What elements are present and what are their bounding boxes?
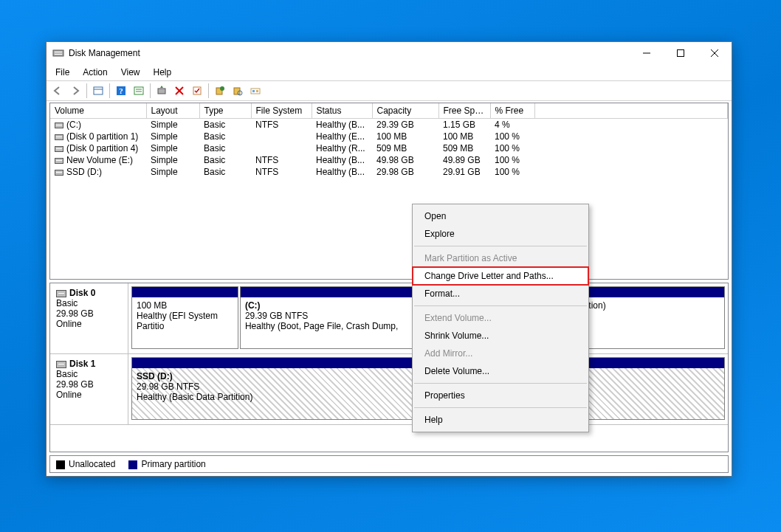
volume-free: 29.91 GB (438, 166, 490, 178)
disk-info[interactable]: Disk 0 Basic 29.98 GB Online (50, 283, 128, 353)
volume-row[interactable]: (Disk 0 partition 4)SimpleBasicHealthy (… (50, 142, 728, 154)
volume-icon (55, 134, 63, 140)
volume-fs: NTFS (251, 154, 312, 166)
back-button[interactable] (49, 83, 66, 99)
col-pctfree[interactable]: % Free (490, 103, 534, 119)
volume-pctfree: 100 % (490, 131, 534, 142)
forward-button[interactable] (67, 83, 83, 99)
volume-fs: NTFS (251, 119, 312, 131)
menu-file[interactable]: File (49, 66, 75, 79)
ctx-change-drive-letter[interactable]: Change Drive Letter and Paths... (413, 267, 588, 285)
extra-button-1[interactable] (212, 83, 228, 99)
ctx-delete-volume[interactable]: Delete Volume... (413, 362, 588, 380)
col-freespace[interactable]: Free Spa... (438, 103, 490, 119)
disk-type: Basic (56, 369, 122, 379)
volume-status: Healthy (E... (312, 131, 372, 142)
properties-button[interactable] (189, 83, 205, 99)
svg-rect-0 (53, 50, 63, 56)
app-icon (52, 47, 64, 59)
menu-view[interactable]: View (115, 66, 146, 79)
volume-type: Basic (199, 131, 251, 142)
volume-type: Basic (199, 142, 251, 154)
maximize-button[interactable] (664, 42, 698, 64)
volume-layout: Simple (146, 154, 199, 166)
volume-type: Basic (199, 119, 251, 131)
col-type[interactable]: Type (199, 103, 251, 119)
close-button[interactable] (698, 42, 732, 64)
ctx-properties[interactable]: Properties (413, 387, 588, 404)
volume-free: 49.89 GB (438, 154, 490, 166)
disk-status: Online (56, 390, 122, 400)
partition[interactable]: Partition) (565, 286, 725, 349)
volume-row[interactable]: New Volume (E:)SimpleBasicNTFSHealthy (B… (50, 154, 728, 166)
disk-icon (56, 290, 66, 297)
col-capacity[interactable]: Capacity (372, 103, 438, 119)
ctx-extend-volume: Extend Volume... (413, 309, 588, 327)
delete-button[interactable] (171, 83, 187, 99)
partition-status: Partition) (571, 300, 720, 311)
column-headers[interactable]: Volume Layout Type File System Status Ca… (50, 103, 728, 119)
volume-pctfree: 100 % (490, 142, 534, 154)
toolbar: ? (47, 80, 732, 101)
disk-row[interactable]: Disk 0 Basic 29.98 GB Online 100 MB Heal… (50, 283, 728, 354)
volume-name: New Volume (E:) (66, 155, 133, 165)
graphical-view[interactable]: Disk 0 Basic 29.98 GB Online 100 MB Heal… (49, 283, 729, 452)
partition-size: 100 MB (137, 300, 233, 311)
svg-rect-1 (55, 52, 62, 52)
volume-list[interactable]: Volume Layout Type File System Status Ca… (49, 103, 729, 280)
volume-layout: Simple (146, 142, 199, 154)
volume-row[interactable]: SSD (D:)SimpleBasicNTFSHealthy (B...29.9… (50, 166, 728, 178)
svg-rect-2 (55, 54, 62, 55)
volume-layout: Simple (146, 131, 199, 142)
refresh-button[interactable] (154, 83, 170, 99)
disk-label: Disk 1 (69, 359, 95, 369)
disk-row[interactable]: Disk 1 Basic 29.98 GB Online SSD (D:) 29… (50, 354, 728, 425)
ctx-mark-active: Mark Partition as Active (413, 249, 588, 267)
volume-status: Healthy (B... (312, 154, 372, 166)
ctx-open[interactable]: Open (413, 207, 588, 225)
ctx-shrink-volume[interactable]: Shrink Volume... (413, 327, 588, 345)
legend-swatch-unallocated (56, 460, 65, 469)
minimize-button[interactable] (630, 42, 664, 64)
svg-rect-24 (256, 90, 258, 92)
volume-pctfree: 4 % (490, 119, 534, 131)
menu-bar: File Action View Help (47, 64, 732, 80)
volume-name: (C:) (66, 120, 81, 130)
volume-status: Healthy (R... (312, 142, 372, 154)
volume-layout: Simple (146, 119, 199, 131)
svg-rect-7 (94, 87, 103, 94)
volume-capacity: 29.98 GB (372, 166, 438, 178)
ctx-explore[interactable]: Explore (413, 225, 588, 243)
partition[interactable]: 100 MB Healthy (EFI System Partitio (131, 286, 238, 349)
menu-action[interactable]: Action (77, 66, 113, 79)
col-layout[interactable]: Layout (146, 103, 199, 119)
volume-icon (55, 146, 63, 152)
col-status[interactable]: Status (312, 103, 372, 119)
volume-name: (Disk 0 partition 1) (66, 131, 138, 142)
col-filesystem[interactable]: File System (251, 103, 312, 119)
volume-row[interactable]: (Disk 0 partition 1)SimpleBasicHealthy (… (50, 131, 728, 142)
show-hide-tree-button[interactable] (90, 83, 106, 99)
volume-capacity: 509 MB (372, 142, 438, 154)
svg-rect-22 (251, 89, 260, 94)
ctx-add-mirror: Add Mirror... (413, 345, 588, 362)
settings-list-button[interactable] (131, 83, 147, 99)
col-volume[interactable]: Volume (50, 103, 146, 119)
ctx-format[interactable]: Format... (413, 285, 588, 303)
volume-type: Basic (199, 154, 251, 166)
titlebar[interactable]: Disk Management (47, 42, 732, 64)
volume-row[interactable]: (C:)SimpleBasicNTFSHealthy (B...29.39 GB… (50, 119, 728, 131)
extra-button-3[interactable] (247, 83, 264, 99)
volume-name: SSD (D:) (66, 167, 102, 177)
help-button[interactable]: ? (113, 83, 129, 99)
extra-button-2[interactable] (230, 83, 246, 99)
partition-header (132, 287, 238, 297)
volume-icon (55, 170, 63, 176)
volume-fs: NTFS (251, 166, 312, 178)
legend-primary: Primary partition (141, 459, 205, 469)
menu-help[interactable]: Help (148, 66, 178, 79)
ctx-help[interactable]: Help (413, 411, 588, 429)
disk-type: Basic (56, 298, 122, 308)
volume-icon (55, 158, 63, 164)
disk-info[interactable]: Disk 1 Basic 29.98 GB Online (50, 354, 128, 424)
